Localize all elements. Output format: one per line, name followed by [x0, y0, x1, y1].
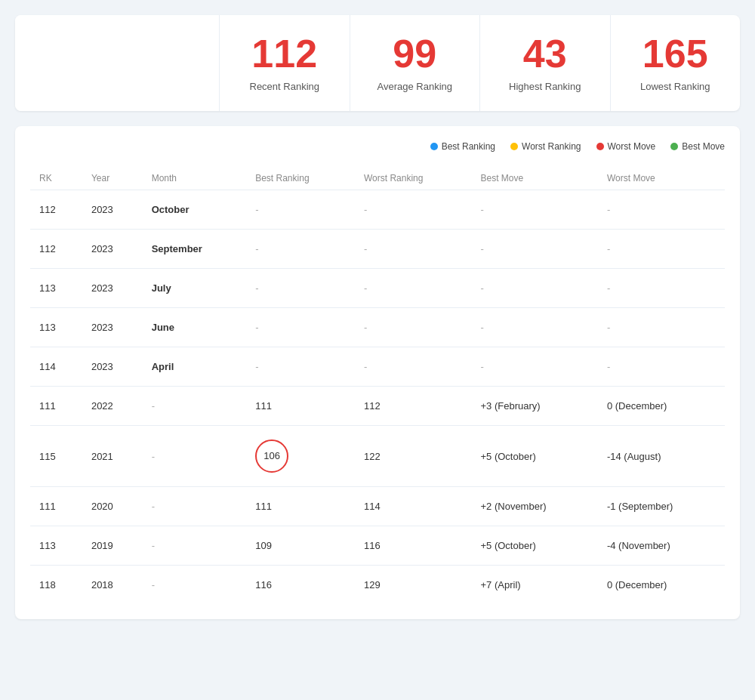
worst-ranking-cell: - [355, 230, 472, 269]
rk-cell: 112 [30, 230, 82, 269]
year-cell: 2021 [82, 426, 143, 487]
month-cell: - [143, 426, 247, 487]
table-row: 1132019-109116+5 (October)-4 (November) [30, 526, 725, 566]
rk-cell: 111 [30, 487, 82, 526]
best-move-cell: +2 (November) [472, 487, 598, 526]
worst-move-cell: -4 (November) [598, 526, 725, 566]
table-row: 1182018-116129+7 (April)0 (December) [30, 566, 725, 605]
legend: Best Ranking Worst Ranking Worst Move Be… [30, 141, 725, 152]
table-row: 1142023April---- [30, 347, 725, 387]
worst-move-cell: - [598, 308, 725, 347]
legend-item: Worst Ranking [510, 141, 581, 152]
year-cell: 2019 [82, 526, 143, 566]
legend-dot [430, 143, 438, 150]
worst-ranking-cell: 112 [355, 387, 472, 426]
ranking-table: RKYearMonthBest RankingWorst RankingBest… [30, 167, 725, 604]
year-cell: 2023 [82, 308, 143, 347]
stat-label: Average Ranking [358, 81, 473, 92]
month-cell: June [143, 308, 247, 347]
worst-move-cell: - [598, 347, 725, 387]
table-row: 1152021-106122+5 (October)-14 (August) [30, 426, 725, 487]
stat-label: Recent Ranking [227, 81, 342, 92]
worst-move-cell: -14 (August) [598, 426, 725, 487]
table-header-cell: Month [143, 167, 247, 190]
legend-label: Worst Ranking [522, 141, 581, 152]
rk-cell: 115 [30, 426, 82, 487]
best-ranking-cell: 106 [246, 426, 355, 487]
month-cell: September [143, 230, 247, 269]
best-ranking-cell: 116 [246, 566, 355, 605]
year-cell: 2023 [82, 230, 143, 269]
legend-item: Best Move [670, 141, 725, 152]
best-move-cell: +5 (October) [472, 526, 598, 566]
worst-move-cell: - [598, 190, 725, 230]
stat-value: 99 [358, 34, 473, 73]
month-cell: April [143, 347, 247, 387]
table-header-cell: Best Ranking [246, 167, 355, 190]
year-cell: 2018 [82, 566, 143, 605]
table-header-cell: Worst Ranking [355, 167, 472, 190]
legend-dot [510, 143, 518, 150]
worst-move-cell: - [598, 230, 725, 269]
legend-label: Best Ranking [442, 141, 495, 152]
month-cell: - [143, 387, 247, 426]
stat-value: 112 [227, 34, 342, 73]
legend-dot [596, 143, 604, 150]
best-move-cell: - [472, 190, 598, 230]
best-move-cell: - [472, 308, 598, 347]
worst-ranking-cell: 129 [355, 566, 472, 605]
stat-card: 165 Lowest Ranking [611, 15, 741, 111]
best-ranking-cell: - [246, 347, 355, 387]
best-move-cell: +5 (October) [472, 426, 598, 487]
rk-cell: 118 [30, 566, 82, 605]
year-cell: 2022 [82, 387, 143, 426]
best-move-cell: +3 (February) [472, 387, 598, 426]
table-row: 1132023July---- [30, 269, 725, 308]
rk-cell: 113 [30, 308, 82, 347]
rk-cell: 113 [30, 526, 82, 566]
table-row: 1122023September---- [30, 230, 725, 269]
legend-dot [670, 143, 678, 150]
worst-ranking-cell: - [355, 347, 472, 387]
best-ranking-cell: - [246, 190, 355, 230]
month-cell: October [143, 190, 247, 230]
stat-card: 99 Average Ranking [350, 15, 481, 111]
stat-label: Lowest Ranking [618, 81, 733, 92]
rk-cell: 112 [30, 190, 82, 230]
header-section: 112 Recent Ranking 99 Average Ranking 43… [15, 15, 740, 111]
best-move-cell: - [472, 347, 598, 387]
stat-value: 165 [618, 34, 733, 73]
year-cell: 2023 [82, 269, 143, 308]
table-header-cell: Year [82, 167, 143, 190]
year-cell: 2023 [82, 190, 143, 230]
month-cell: - [143, 566, 247, 605]
rk-cell: 114 [30, 347, 82, 387]
rk-cell: 113 [30, 269, 82, 308]
best-ranking-cell: 111 [246, 487, 355, 526]
worst-ranking-cell: 116 [355, 526, 472, 566]
worst-move-cell: -1 (September) [598, 487, 725, 526]
worst-move-cell: 0 (December) [598, 387, 725, 426]
stat-label: Highest Ranking [488, 81, 602, 92]
best-ranking-cell: 109 [246, 526, 355, 566]
month-cell: July [143, 269, 247, 308]
year-cell: 2023 [82, 347, 143, 387]
worst-move-cell: - [598, 269, 725, 308]
month-cell: - [143, 487, 247, 526]
best-ranking-cell: - [246, 230, 355, 269]
table-header-cell: Worst Move [598, 167, 725, 190]
best-ranking-cell: - [246, 269, 355, 308]
table-row: 1132023June---- [30, 308, 725, 347]
worst-move-cell: 0 (December) [598, 566, 725, 605]
stats-section: 112 Recent Ranking 99 Average Ranking 43… [219, 15, 740, 111]
stat-card: 43 Highest Ranking [480, 15, 611, 111]
stat-value: 43 [488, 34, 602, 73]
legend-label: Worst Move [608, 141, 656, 152]
legend-label: Best Move [682, 141, 725, 152]
table-row: 1112020-111114+2 (November)-1 (September… [30, 487, 725, 526]
table-row: 1122023October---- [30, 190, 725, 230]
legend-item: Worst Move [596, 141, 656, 152]
highlighted-value: 106 [255, 439, 288, 473]
month-cell: - [143, 526, 247, 566]
best-move-cell: - [472, 230, 598, 269]
